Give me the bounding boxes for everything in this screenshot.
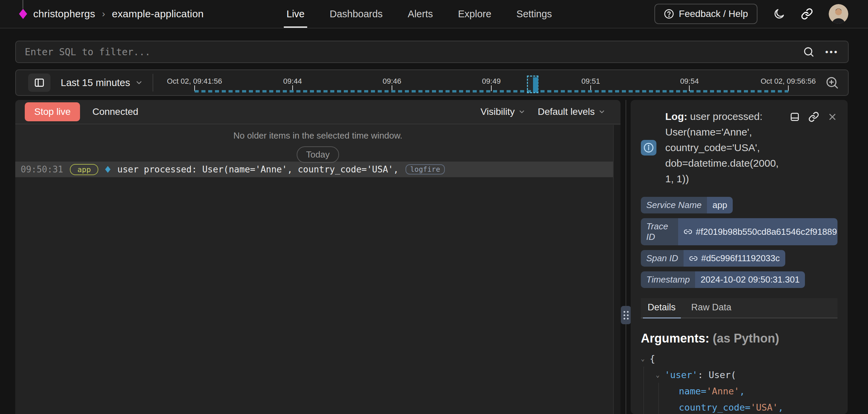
- breadcrumb-project[interactable]: example-application: [112, 8, 204, 20]
- field-value[interactable]: #d5c996f11192033c: [684, 250, 785, 267]
- nav-tabs: LiveDashboardsAlertsExploreSettings: [287, 0, 552, 28]
- search-icon[interactable]: [803, 46, 814, 58]
- nav-tab-explore[interactable]: Explore: [458, 0, 491, 28]
- filter-icons: •••: [803, 46, 848, 58]
- nav-tab-settings[interactable]: Settings: [516, 0, 552, 28]
- breadcrumb-separator: ›: [102, 8, 105, 19]
- field-label: Span ID: [641, 250, 684, 267]
- list-messages-area: No older items in the selected time wind…: [15, 124, 620, 162]
- time-range-bar: Last 15 minutes Oct 02, 09:41:5609:4409:…: [15, 69, 849, 96]
- detail-header: Log: user processed: User(name='Anne', c…: [641, 109, 837, 187]
- toggle-sidebar-button[interactable]: [28, 74, 51, 92]
- service-badge: app: [70, 164, 98, 175]
- time-range-select[interactable]: Last 15 minutes: [61, 77, 143, 88]
- code-line: country_code='USA',: [641, 399, 837, 414]
- field-label: Timestamp: [641, 271, 695, 288]
- detail-title-prefix: Log:: [665, 111, 687, 122]
- code-line: ⌄'user': User(: [641, 367, 837, 383]
- field-badge-service-name: Service Nameapp: [641, 197, 733, 213]
- collapse-chevron-icon[interactable]: ⌄: [656, 371, 659, 378]
- tab-raw-data[interactable]: Raw Data: [691, 302, 732, 313]
- log-row[interactable]: 09:50:31 app user processed: User(name='…: [15, 162, 620, 177]
- zoom-in-icon[interactable]: [825, 76, 839, 90]
- detail-tabs: Details Raw Data: [641, 298, 837, 318]
- log-details-panel: Log: user processed: User(name='Anne', c…: [631, 100, 848, 414]
- field-value[interactable]: #f2019b98b550cd8a61546c2f9188959f: [678, 218, 837, 245]
- timeline-activity-dashes: [195, 90, 788, 92]
- stop-live-button[interactable]: Stop live: [25, 102, 80, 121]
- log-level-diamond-icon: [105, 166, 111, 173]
- timeline-graph[interactable]: Oct 02, 09:41:5609:4409:4609:4909:5109:5…: [153, 70, 820, 95]
- field-value: 2024-10-02 09:50:31.301: [695, 271, 805, 288]
- breadcrumb: christophergs › example-application: [19, 8, 204, 20]
- field-badge-timestamp: Timestamp2024-10-02 09:50:31.301: [641, 271, 805, 288]
- detail-header-icons: [789, 109, 837, 187]
- timeline-tick-label: 09:51: [581, 77, 600, 86]
- logfire-app: christophergs › example-application Live…: [0, 0, 868, 414]
- time-range-label: Last 15 minutes: [61, 77, 130, 88]
- dark-mode-moon-icon[interactable]: [773, 8, 785, 20]
- today-button[interactable]: Today: [297, 146, 339, 163]
- timeline-spike-bar: [533, 77, 538, 92]
- sql-filter-input[interactable]: [16, 46, 803, 58]
- logo-pointer-line: [22, 0, 23, 9]
- sql-filter-bar: •••: [15, 41, 849, 63]
- field-label: Trace ID: [641, 218, 678, 245]
- timeline-tick-label: 09:44: [283, 77, 302, 86]
- field-badge-span-id: Span ID#d5c996f11192033c: [641, 250, 785, 267]
- navbar-right: Feedback / Help: [654, 4, 848, 24]
- dock-panel-icon[interactable]: [789, 111, 800, 122]
- top-navbar: christophergs › example-application Live…: [0, 0, 868, 28]
- detail-fields: Service NameappTrace ID#f2019b98b550cd8a…: [641, 197, 837, 288]
- logfire-logo-icon[interactable]: [19, 9, 27, 19]
- link-icon: [684, 227, 692, 236]
- help-circle-icon: [664, 9, 674, 19]
- empty-window-message: No older items in the selected time wind…: [233, 130, 402, 141]
- timeline-tick-label: Oct 02, 09:56:56: [761, 77, 816, 86]
- arguments-code-block: ⌄{⌄'user': User(name='Anne',country_code…: [641, 350, 837, 414]
- log-timestamp: 09:50:31: [21, 164, 63, 174]
- user-avatar[interactable]: [829, 4, 848, 24]
- field-badge-trace-id: Trace ID#f2019b98b550cd8a61546c2f9188959…: [641, 218, 837, 245]
- field-label: Service Name: [641, 197, 707, 213]
- code-line: name='Anne',: [641, 383, 837, 399]
- share-link-icon[interactable]: [801, 8, 813, 20]
- visibility-label: Visibility: [480, 106, 515, 117]
- detail-title: Log: user processed: User(name='Anne', c…: [665, 109, 789, 187]
- tab-details[interactable]: Details: [648, 302, 676, 313]
- arguments-heading: Arguments: (as Python): [641, 331, 837, 346]
- code-line: ⌄{: [641, 350, 837, 367]
- visibility-dropdown[interactable]: Visibility: [480, 106, 526, 117]
- info-level-icon: [641, 140, 656, 156]
- nav-tab-alerts[interactable]: Alerts: [408, 0, 433, 28]
- timeline-tick-label: Oct 02, 09:41:56: [167, 77, 222, 86]
- timeline-tick-label: 09:49: [482, 77, 501, 86]
- nav-tab-live[interactable]: Live: [287, 0, 304, 28]
- scope-badge: logfire: [406, 164, 445, 174]
- live-view-panel: Stop live Connected Visibility Default l…: [15, 100, 620, 414]
- more-options-icon[interactable]: •••: [825, 47, 839, 56]
- link-icon: [689, 254, 698, 263]
- field-value: app: [707, 197, 732, 213]
- feedback-help-button[interactable]: Feedback / Help: [654, 4, 757, 24]
- default-levels-dropdown[interactable]: Default levels: [538, 106, 606, 117]
- panel-resize-handle[interactable]: [621, 306, 631, 324]
- breadcrumb-org[interactable]: christophergs: [33, 8, 95, 20]
- scrollbar-gutter[interactable]: [613, 125, 620, 414]
- live-header: Stop live Connected Visibility Default l…: [15, 100, 620, 124]
- arguments-format-note: (as Python): [709, 331, 779, 345]
- panel-divider: [626, 100, 626, 414]
- log-message: user processed: User(name='Anne', countr…: [117, 164, 399, 174]
- default-levels-label: Default levels: [538, 106, 595, 117]
- timeline-tick-label: 09:46: [382, 77, 401, 86]
- feedback-help-label: Feedback / Help: [679, 8, 748, 19]
- chevron-down-icon: [135, 79, 143, 87]
- collapse-chevron-icon[interactable]: ⌄: [641, 355, 645, 362]
- chevron-down-icon: [598, 108, 606, 116]
- close-icon[interactable]: [827, 111, 837, 122]
- nav-tab-dashboards[interactable]: Dashboards: [330, 0, 382, 28]
- copy-link-icon[interactable]: [808, 111, 819, 122]
- timeline-tick-label: 09:54: [680, 77, 699, 86]
- connection-status: Connected: [92, 106, 138, 117]
- active-tab-underline: [643, 317, 681, 318]
